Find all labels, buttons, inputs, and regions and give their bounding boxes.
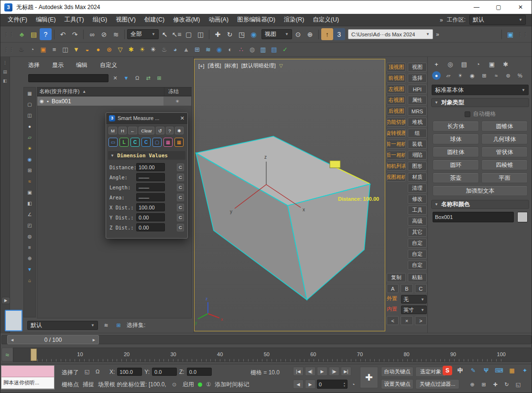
cone-icon[interactable]: ▲ [181,44,192,55]
undo-icon[interactable]: ↶ [57,28,69,40]
dimension-values-rollout[interactable]: ▼ Dimension Values [108,151,185,160]
burst-icon[interactable]: ✳ [148,44,159,55]
keyboard-icon[interactable]: ⌨ [494,366,504,375]
filter-funnel-icon[interactable]: ▼ [122,74,130,82]
internal-unit-dropdown[interactable]: 英寸 ▼ [401,306,427,314]
select-object-icon[interactable]: ↖ [159,28,171,40]
macro-action-button[interactable]: 堆栈 [408,118,427,127]
utilities-tab-icon[interactable]: ✱ [501,60,510,68]
menu-item[interactable]: 动画(A) [204,14,233,26]
abc-button[interactable]: B [401,284,413,293]
bind-spacewarp-icon[interactable]: ≋ [110,28,122,40]
mode-grid-pink-icon[interactable]: ▦ [163,138,173,147]
explorer-search-input[interactable] [28,74,109,82]
pick-parent-icon[interactable]: ⊞ [155,74,163,82]
unlink-icon[interactable]: ⊘ [98,28,110,40]
explorer-tab[interactable]: 选择 [28,61,40,69]
explorer-tab[interactable]: 显示 [52,61,64,69]
display-invert-icon[interactable]: ◫ [26,111,33,119]
time-tag-icon[interactable]: ① [206,381,211,388]
abc-button[interactable]: C [415,284,427,293]
measure-refresh-button[interactable]: ↺ [156,127,164,134]
explorer-tab[interactable]: 编辑 [76,61,87,69]
grid-88-icon[interactable]: ⊞ [192,44,203,55]
spinner-down-icon[interactable]: ▼ [343,384,346,387]
set-key-mode-button[interactable]: 设置关键点 [381,379,413,389]
snap-status[interactable]: 捕捉 [83,381,94,389]
set-keys-button[interactable]: ✚ [360,367,378,388]
menu-overflow-icon[interactable]: » [440,17,443,23]
y-coordinate-input[interactable] [152,368,177,376]
dock-tab2-icon[interactable]: ◧ [1,77,10,84]
sphere-orange-icon[interactable]: ● [93,44,104,55]
bee-icon[interactable]: ✱ [126,44,137,55]
maxscript-mini-listener[interactable]: 脚本迷你侦听... [1,365,54,390]
menu-item[interactable]: 组(G) [88,14,112,26]
selected-filter-dropdown[interactable]: 选定对象 [415,367,446,377]
viewport-label[interactable]: [标准] [225,62,238,69]
workspace-dropdown[interactable]: 默认 ▼ [469,15,526,25]
show-containers-icon[interactable]: ◰ [26,221,33,229]
display-none-icon[interactable]: ▢ [26,100,33,108]
shaded-sphere-icon[interactable]: ◕ [170,44,181,55]
show-geometry-icon[interactable]: ● [26,122,33,130]
go-to-end-button[interactable]: ▶| [341,367,351,376]
selection-lock-icon[interactable]: Ω [93,367,102,376]
snap-toggle-3d-icon[interactable]: 3 [333,28,345,40]
geoweb-sphere-icon[interactable]: ⊛ [104,44,115,55]
use-center-icon[interactable]: ⊙ [292,28,304,40]
dock-tab-icon[interactable]: ▤ [1,68,10,75]
zoom-icon[interactable]: ⊕ [468,380,477,389]
gray-sphere-icon[interactable]: ◐ [225,44,236,55]
explorer-preset-dropdown[interactable]: 默认 ▼ [27,321,98,330]
macro-action-button[interactable]: 视图 [408,63,427,72]
copy-value-button[interactable]: C [177,194,184,201]
macro-action-button[interactable]: 图形 [408,162,427,171]
layer-list-icon[interactable]: ≋ [102,321,110,330]
view-preset-button[interactable]: 顶视图 [387,63,406,72]
reference-coordinate-dropdown[interactable]: 视图 ▼ [261,29,292,39]
x-coordinate-input[interactable] [117,368,142,376]
sort-list-icon[interactable]: ≡ [26,243,33,251]
primitive-button-wide[interactable]: 加强型文本 [433,186,528,196]
wrench-icon[interactable]: ✦ [520,366,530,375]
copy-value-button[interactable]: C [177,214,184,221]
object-type-rollout[interactable]: ▼ 对象类型 [431,98,529,107]
next-frame-arrow[interactable]: ► [92,338,96,342]
measure-settings-button[interactable]: ✱ [175,127,184,134]
show-xrefs-icon[interactable]: ◧ [26,199,33,207]
view-preset-button[interactable]: 后一相机 [387,151,406,160]
time-config-icon[interactable]: ◔ [349,380,358,389]
measure-value-field[interactable]: —— [136,193,165,201]
mirror-funnel-icon[interactable]: ▼ [71,44,82,55]
object-name-input[interactable] [433,212,514,222]
window-crossing-icon[interactable]: ◫ [195,28,206,40]
primitive-button[interactable]: 圆柱体 [433,147,479,157]
view-preset-button[interactable]: 旋转视图 [387,129,406,138]
timeline-slider[interactable] [31,349,37,361]
hierarchy-tab-icon[interactable]: ▤ [460,60,468,68]
viewport-label[interactable]: [默认明暗处理] [241,62,276,69]
macro-action-button[interactable]: 自定 [408,239,427,248]
dialog-title-bar[interactable]: 3 Smart Measure ... ✕ [106,113,187,124]
smart-measure-dialog[interactable]: 3 Smart Measure ... ✕ MH←Clear↺?✱ ▭LCC▢▦… [106,112,188,239]
show-helpers-icon[interactable]: ⊞ [26,166,33,174]
layer-explorer-icon[interactable]: ▤ [28,28,40,40]
sync-selection-icon[interactable]: ⇄ [144,74,152,82]
timeline-ruler[interactable]: 0102030405060708090100 [13,348,531,362]
nav-button[interactable]: < [387,316,399,325]
frozen-toggle[interactable]: ✳ [163,97,191,106]
visibility-eye-icon[interactable]: ◉ [40,98,44,104]
minimize-button[interactable]: — [466,0,488,14]
mic-icon[interactable]: Ψ [481,366,491,375]
geometry-category-icon[interactable]: ● [432,71,441,80]
pen-icon[interactable]: ✎ [468,366,478,375]
clear-search-icon[interactable]: ✕ [111,74,119,82]
mode-grid-orange-icon[interactable]: ▦ [174,138,184,147]
explorer-tab[interactable]: 自定义 [100,61,117,69]
frozen-column-header[interactable]: 冻结 [164,87,192,96]
toolbox-icon[interactable]: ▦ [507,366,517,375]
copy-value-button[interactable]: C [177,164,184,171]
name-column-header[interactable]: 名称(按升序排序) [37,88,79,95]
measure-help-button[interactable]: ? [166,127,174,134]
